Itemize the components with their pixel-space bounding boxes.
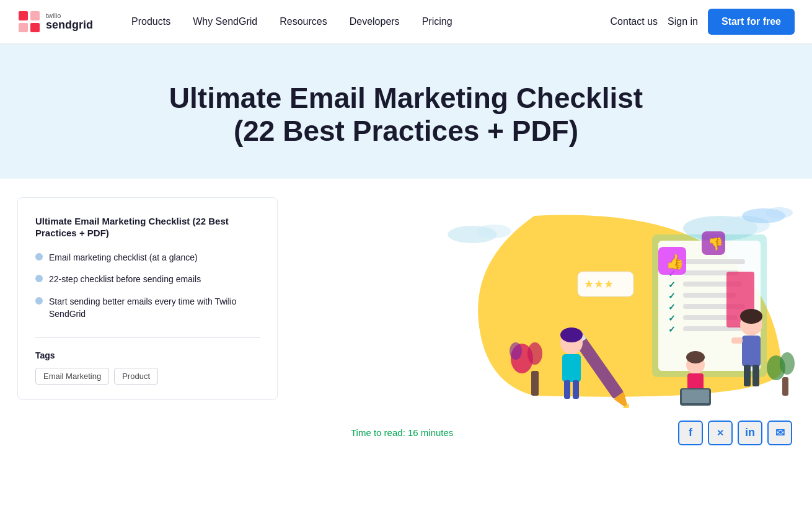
tag-product[interactable]: Product (114, 368, 158, 385)
social-icons: f ✕ in ✉ (678, 421, 792, 445)
nav-products[interactable]: Products (123, 11, 179, 32)
bottom-row: Time to read: 16 minutes f ✕ in ✉ (348, 421, 795, 445)
logo-icon (17, 10, 41, 33)
logo-text: twilio sendgrid (46, 12, 93, 32)
svg-text:✓: ✓ (668, 324, 676, 334)
svg-text:👎: 👎 (708, 236, 723, 251)
svg-point-35 (686, 351, 705, 363)
svg-text:✓: ✓ (668, 280, 676, 290)
read-time: Time to read: 16 minutes (351, 427, 453, 438)
tags-row: Email Marketing Product (35, 368, 260, 385)
svg-point-40 (740, 309, 762, 324)
logo-sendgrid: sendgrid (46, 19, 93, 32)
svg-point-7 (477, 225, 511, 238)
svg-rect-45 (531, 371, 539, 396)
svg-rect-41 (742, 336, 761, 367)
nav-links: Products Why SendGrid Resources Develope… (123, 11, 611, 32)
hero-title: Ultimate Email Marketing Checklist (22 B… (158, 82, 654, 148)
svg-point-48 (510, 342, 522, 360)
svg-text:✓: ✓ (668, 291, 676, 301)
nav-resources[interactable]: Resources (271, 11, 335, 32)
svg-point-51 (780, 352, 795, 375)
sidebar-title: Ultimate Email Marketing Checklist (22 B… (35, 215, 260, 239)
svg-rect-38 (682, 390, 709, 403)
linkedin-share-button[interactable]: in (738, 421, 762, 445)
nav-developers[interactable]: Developers (341, 11, 408, 32)
logo[interactable]: twilio sendgrid (17, 10, 93, 33)
toc-item-2-label: 22-step checklist before sending emails (49, 274, 201, 286)
toc-item-3-label: Start sending better emails every time w… (49, 296, 260, 320)
nav-contact[interactable]: Contact us (611, 16, 658, 27)
facebook-icon: f (689, 426, 692, 439)
hero-section: Ultimate Email Marketing Checklist (22 B… (0, 45, 812, 197)
twitter-icon: ✕ (717, 428, 724, 438)
illustration-wrapper: ✓ ✓ ✓ ✓ ✓ ✓ ✓ (348, 197, 795, 408)
navbar: twilio sendgrid Products Why SendGrid Re… (0, 0, 812, 45)
svg-rect-32 (564, 380, 570, 399)
svg-rect-0 (19, 11, 28, 20)
toc-item-1[interactable]: Email marketing checklist (at a glance) (35, 252, 260, 264)
svg-rect-43 (744, 365, 751, 386)
svg-rect-1 (30, 11, 40, 20)
toc-item-1-label: Email marketing checklist (at a glance) (49, 252, 198, 264)
svg-rect-49 (782, 377, 788, 396)
svg-rect-31 (562, 354, 581, 382)
nav-signin[interactable]: Sign in (668, 16, 698, 27)
toc-item-2[interactable]: 22-step checklist before sending emails (35, 274, 260, 286)
toc-dot-1 (35, 253, 43, 260)
svg-rect-2 (19, 23, 28, 32)
tag-email-marketing[interactable]: Email Marketing (35, 368, 109, 385)
svg-rect-10 (683, 259, 745, 264)
email-share-button[interactable]: ✉ (767, 421, 792, 445)
nav-pricing[interactable]: Pricing (413, 11, 461, 32)
nav-why-sendgrid[interactable]: Why SendGrid (184, 11, 266, 32)
svg-rect-42 (731, 337, 743, 344)
svg-rect-44 (752, 365, 759, 386)
svg-point-59 (766, 207, 793, 218)
toc-item-3[interactable]: Start sending better emails every time w… (35, 296, 260, 320)
svg-text:✓: ✓ (668, 313, 676, 323)
email-icon: ✉ (775, 426, 785, 440)
svg-point-30 (560, 327, 583, 342)
linkedin-icon: in (745, 426, 755, 439)
nav-right: Contact us Sign in Start for free (611, 9, 795, 35)
divider (35, 337, 260, 338)
facebook-share-button[interactable]: f (678, 421, 703, 445)
illustration-area: ✓ ✓ ✓ ✓ ✓ ✓ ✓ (278, 179, 795, 445)
svg-text:✓: ✓ (668, 302, 676, 312)
hero-illustration: ✓ ✓ ✓ ✓ ✓ ✓ ✓ (348, 197, 795, 408)
svg-rect-33 (573, 380, 579, 399)
svg-text:★★★: ★★★ (584, 278, 614, 290)
start-for-free-button[interactable]: Start for free (708, 9, 795, 35)
svg-point-47 (527, 342, 542, 365)
toc-dot-2 (35, 275, 43, 282)
twitter-share-button[interactable]: ✕ (708, 421, 733, 445)
toc-dot-3 (35, 297, 43, 305)
svg-rect-3 (30, 23, 40, 32)
tags-label: Tags (35, 350, 260, 360)
content-area: Ultimate Email Marketing Checklist (22 B… (0, 179, 812, 470)
sidebar-card: Ultimate Email Marketing Checklist (22 B… (17, 197, 278, 400)
svg-text:👍: 👍 (666, 252, 684, 270)
toc-list: Email marketing checklist (at a glance) … (35, 252, 260, 320)
